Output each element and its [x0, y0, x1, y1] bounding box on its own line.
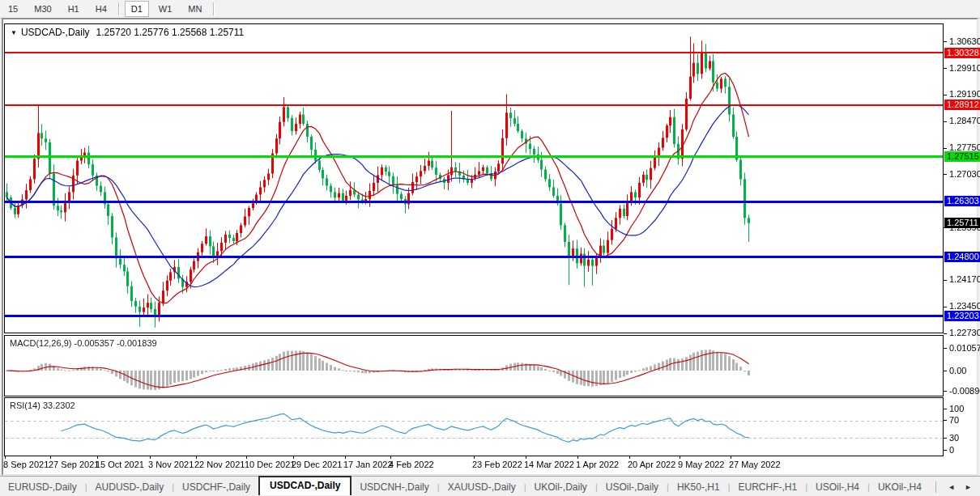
price-tick-mark [944, 174, 947, 175]
tab-usoil-daily[interactable]: USOil-,Daily [598, 479, 667, 495]
level-price-badge: 1.28912 [944, 100, 980, 110]
tab-audusd-daily[interactable]: AUDUSD-,Daily [87, 479, 173, 495]
date-label: 27 Sep 2021 [49, 460, 99, 469]
symbol-tabbar: EURUSD-,Daily|AUDUSD-,Daily|USDCHF-,Dail… [0, 476, 980, 496]
price-tick-mark [944, 95, 947, 95]
timeframe-button-15[interactable]: 15 [2, 1, 24, 17]
rsi-scale-label: 0 [949, 445, 978, 456]
date-label: 29 Dec 2021 [292, 460, 342, 469]
macd-tick-mark [944, 371, 947, 371]
timeframe-button-w1[interactable]: W1 [152, 1, 179, 17]
price-tick-label: 1.29910 [949, 63, 978, 74]
date-label: 23 Feb 2022 [472, 460, 522, 469]
date-label: 1 Apr 2022 [576, 460, 619, 469]
price-tick-label: 1.30630 [949, 36, 978, 47]
tab-usdchf-daily[interactable]: USDCHF-,Daily [174, 479, 258, 495]
level-price-badge: 1.24800 [944, 252, 980, 262]
macd-tick-mark [944, 348, 947, 349]
timeframe-button-h1[interactable]: H1 [62, 1, 86, 17]
level-price-badge: 1.23203 [944, 311, 980, 321]
date-label: 3 Nov 2021 [148, 460, 194, 469]
rsi-scale-label: 30 [949, 433, 978, 443]
price-tick-label: 1.27030 [949, 169, 978, 180]
date-label: 9 May 2022 [678, 460, 724, 469]
date-label: 10 Dec 2021 [245, 460, 295, 469]
level-price-badge: 1.26303 [944, 196, 980, 206]
price-tick-mark [944, 41, 947, 42]
tabbar-scroll-left-icon[interactable]: ◄ [943, 481, 960, 493]
level-price-badge: 1.27515 [944, 151, 980, 162]
level-price-badge: 1.30328 [944, 48, 980, 58]
timeframe-button-mn[interactable]: MN [181, 1, 208, 17]
tab-hk50-h1[interactable]: HK50-,H1 [669, 479, 728, 495]
rsi-scale-label: 70 [949, 415, 978, 426]
date-label: 8 Sep 2021 [3, 460, 49, 469]
price-tick-mark [944, 280, 947, 281]
chart-canvas[interactable] [3, 19, 945, 474]
tab-eurchf-h1[interactable]: EURCHF-,H1 [730, 479, 805, 495]
tab-eurusd-daily[interactable]: EURUSD-,Daily [0, 479, 85, 495]
date-label: 27 May 2022 [729, 460, 781, 469]
price-tick-label: 1.28470 [949, 116, 978, 126]
tab-xauusd-daily[interactable]: XAUUSD-,Daily [440, 479, 524, 495]
tabbar-scroll: ◄► [935, 481, 977, 493]
toolbar-separator [118, 2, 120, 15]
tab-usdcnh-daily[interactable]: USDCNH-,Daily [352, 479, 437, 495]
price-tick-mark [944, 333, 947, 334]
price-tick-mark [944, 307, 947, 307]
date-label: 20 Apr 2022 [628, 460, 675, 469]
macd-scale-label: 0.010578 [949, 343, 980, 354]
date-label: 4 Feb 2022 [389, 460, 434, 469]
tab-ukoil-daily[interactable]: UKOil-,Daily [526, 479, 595, 495]
chart-ohlc-quote: 1.25720 1.25776 1.25568 1.25711 [96, 27, 245, 38]
macd-scale-label: 0.00 [949, 366, 980, 376]
date-label: 17 Jan 2022 [343, 460, 393, 469]
symbol-dropdown-icon[interactable]: ▼ [11, 29, 17, 36]
price-tick-label: 1.24170 [949, 274, 978, 285]
price-tick-mark [944, 68, 947, 69]
rsi-tick-mark [944, 450, 947, 451]
chart-symbol-label: USDCAD-,Daily [21, 27, 90, 38]
rsi-tick-mark [944, 438, 947, 439]
price-tick-mark [944, 121, 947, 122]
date-label: 14 Mar 2022 [524, 460, 574, 469]
toolbar-separator [213, 2, 215, 15]
tab-ukoil-h4[interactable]: UKOil-,H4 [870, 479, 930, 495]
timeframe-button-d1[interactable]: D1 [125, 1, 149, 17]
rsi-scale-label: 100 [949, 404, 978, 414]
macd-indicator-label: MACD(12,26,9) -0.005357 -0.001839 [10, 338, 157, 348]
macd-tick-mark [944, 391, 947, 392]
price-tick-mark [944, 148, 947, 149]
timeframe-button-m30[interactable]: M30 [28, 1, 58, 17]
date-label: 22 Nov 2021 [194, 460, 245, 469]
price-tick-label: 1.22730 [949, 328, 978, 338]
price-tick-label: 1.29190 [949, 89, 978, 100]
tab-usdcad-daily[interactable]: USDCAD-,Daily [258, 476, 352, 495]
timeframe-button-h4[interactable]: H4 [89, 1, 113, 17]
macd-scale-label: -0.00896 [949, 386, 980, 396]
timeframe-toolbar: 15M30H1H4D1W1MN [0, 0, 980, 19]
date-label: 15 Oct 2021 [96, 460, 144, 469]
chart-title: ▼USDCAD-,Daily1.25720 1.25776 1.25568 1.… [11, 27, 244, 38]
tabbar-scroll-right-icon[interactable]: ► [960, 481, 977, 493]
tab-usoil-h4[interactable]: USOil-,H4 [807, 479, 867, 495]
rsi-indicator-label: RSI(14) 33.2302 [10, 401, 75, 410]
rsi-tick-mark [944, 420, 947, 421]
current-price-badge: 1.25711 [944, 218, 980, 228]
rsi-tick-mark [944, 409, 947, 409]
